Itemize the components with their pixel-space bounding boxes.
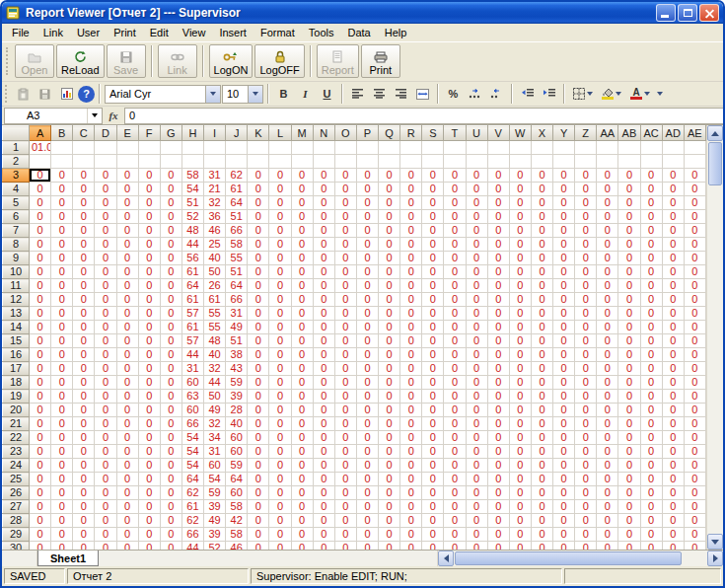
cell-D28[interactable]: 0 [95,514,116,528]
cell-J9[interactable]: 55 [226,252,248,265]
underline-button[interactable]: U [317,84,337,105]
cell-A18[interactable]: 0 [30,376,51,390]
cell-A13[interactable]: 0 [30,307,51,321]
cell-Y22[interactable]: 0 [553,431,575,445]
cell-W22[interactable]: 0 [509,431,531,445]
cell-Y11[interactable]: 0 [553,279,575,293]
row-header-2[interactable]: 2 [3,155,30,169]
cell-AA9[interactable]: 0 [597,252,618,265]
cell-W27[interactable]: 0 [509,500,531,514]
cell-AB26[interactable]: 0 [618,486,640,500]
cell-X16[interactable]: 0 [531,348,552,362]
cell-B14[interactable]: 0 [51,321,73,334]
row-header-24[interactable]: 24 [3,459,30,473]
cell-D26[interactable]: 0 [95,486,116,500]
cell-V29[interactable]: 0 [487,528,509,542]
cell-Y27[interactable]: 0 [553,500,575,514]
cell-AE8[interactable]: 0 [684,238,705,252]
cell-M14[interactable]: 0 [291,321,313,334]
cell-AB21[interactable]: 0 [618,417,640,431]
cell-G6[interactable]: 0 [160,210,181,224]
cell-W24[interactable]: 0 [509,459,531,473]
cell-K6[interactable]: 0 [248,210,269,224]
cell-M23[interactable]: 0 [291,445,313,459]
cell-B30[interactable]: 0 [51,542,73,551]
cell-F25[interactable]: 0 [138,473,160,486]
cell-P1[interactable] [356,141,378,155]
cell-AA18[interactable]: 0 [597,376,618,390]
cell-G28[interactable]: 0 [160,514,181,528]
cell-O22[interactable]: 0 [334,431,356,445]
cell-Z10[interactable]: 0 [575,265,597,279]
cell-F12[interactable]: 0 [138,293,160,307]
cell-O4[interactable]: 0 [334,183,356,196]
cell-L26[interactable]: 0 [269,486,291,500]
cell-AE6[interactable]: 0 [684,210,705,224]
cell-Z28[interactable]: 0 [575,514,597,528]
vertical-scroll-track[interactable] [707,186,723,534]
cell-Z4[interactable]: 0 [575,183,597,196]
cell-U21[interactable]: 0 [466,417,487,431]
cell-AB1[interactable] [618,141,640,155]
cell-J20[interactable]: 28 [226,404,248,417]
cell-M1[interactable] [291,141,313,155]
cell-AD12[interactable]: 0 [662,293,684,307]
cell-W20[interactable]: 0 [509,404,531,417]
cell-D18[interactable]: 0 [95,376,116,390]
cell-F10[interactable]: 0 [138,265,160,279]
cell-L12[interactable]: 0 [269,293,291,307]
cell-A23[interactable]: 0 [30,445,51,459]
cell-P9[interactable]: 0 [356,252,378,265]
cell-T14[interactable]: 0 [444,321,466,334]
cell-H19[interactable]: 63 [181,390,203,404]
cell-L1[interactable] [269,141,291,155]
cell-K16[interactable]: 0 [248,348,269,362]
row-header-25[interactable]: 25 [3,473,30,486]
column-header-w[interactable]: W [509,126,531,141]
cell-G29[interactable]: 0 [160,528,181,542]
column-header-i[interactable]: I [204,126,226,141]
toolbar-options-chevron[interactable] [655,84,665,105]
cell-M16[interactable]: 0 [291,348,313,362]
cell-L10[interactable]: 0 [269,265,291,279]
cell-AD15[interactable]: 0 [662,334,684,348]
cell-G11[interactable]: 0 [160,279,181,293]
vertical-scroll-thumb[interactable] [708,142,722,185]
cell-V17[interactable]: 0 [487,362,509,376]
cell-Y15[interactable]: 0 [553,334,575,348]
logoff-button[interactable]: LogOFF [254,44,304,78]
cell-X6[interactable]: 0 [531,210,552,224]
cell-H29[interactable]: 66 [181,528,203,542]
cell-J22[interactable]: 60 [226,431,248,445]
cell-X1[interactable] [531,141,552,155]
cell-U24[interactable]: 0 [466,459,487,473]
cell-C16[interactable]: 0 [73,348,95,362]
column-header-m[interactable]: M [291,126,313,141]
cell-AB27[interactable]: 0 [618,500,640,514]
cell-Y3[interactable]: 0 [553,169,575,183]
row-header-11[interactable]: 11 [3,279,30,293]
cell-G21[interactable]: 0 [160,417,181,431]
row-header-4[interactable]: 4 [3,183,30,196]
menu-item-link[interactable]: Link [36,25,70,40]
cell-T30[interactable]: 0 [444,542,466,551]
cell-S5[interactable]: 0 [422,196,444,210]
row-header-3[interactable]: 3 [3,169,30,183]
cell-L8[interactable]: 0 [269,238,291,252]
cell-J21[interactable]: 40 [226,417,248,431]
cell-N22[interactable]: 0 [313,431,334,445]
cell-Z3[interactable]: 0 [575,169,597,183]
cell-L20[interactable]: 0 [269,404,291,417]
cell-W30[interactable]: 0 [509,542,531,551]
cell-A19[interactable]: 0 [30,390,51,404]
cell-F15[interactable]: 0 [138,334,160,348]
cell-AC28[interactable]: 0 [640,514,662,528]
cell-S10[interactable]: 0 [422,265,444,279]
cell-J10[interactable]: 51 [226,265,248,279]
cell-G2[interactable] [160,155,181,169]
cell-AA28[interactable]: 0 [597,514,618,528]
cell-O10[interactable]: 0 [334,265,356,279]
cell-E18[interactable]: 0 [116,376,138,390]
cell-I22[interactable]: 34 [204,431,226,445]
cell-T12[interactable]: 0 [444,293,466,307]
